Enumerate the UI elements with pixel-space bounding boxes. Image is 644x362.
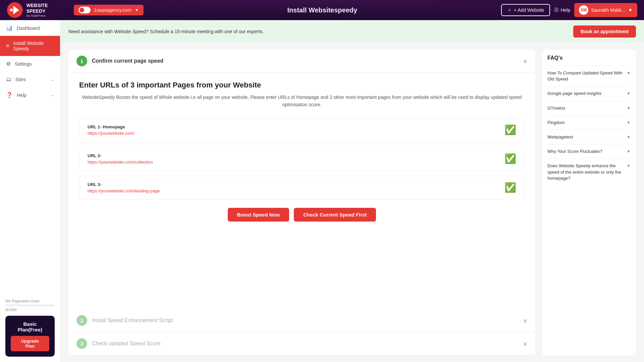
step2-badge: 2 <box>76 315 87 326</box>
chevron-down-icon: ∨ <box>523 341 527 347</box>
main-content: Need assistance with Website Speed? Sche… <box>60 20 644 362</box>
faq-item-0[interactable]: How To Compare Updated Speed With Old Sp… <box>547 66 631 86</box>
avatar: SM <box>579 5 588 15</box>
sidebar-item-install[interactable]: ≡ Install Website Speedy <box>0 36 60 56</box>
chevron-down-icon: ▼ <box>627 149 631 154</box>
topnav: WEBSITE SPEEDY By MakkPress 1saasagency.… <box>0 0 644 20</box>
question-icon: ❓ <box>6 92 13 98</box>
chevron-down-icon: ▼ <box>135 8 139 12</box>
faq-title: FAQ's <box>547 55 631 61</box>
step2-header[interactable]: 2 Install Speed Enhancement Script ∨ <box>68 309 535 332</box>
url3-label: URL 3- <box>88 182 160 187</box>
chevron-down-icon: ⌄ <box>51 77 54 82</box>
plan-box: Basic Plan(Free) Upgrade Plan <box>5 316 55 357</box>
faq-item-2[interactable]: GTmetrix ▼ <box>547 101 631 115</box>
url-card-3: URL 3- https://yourwebsite.com/landing-p… <box>79 176 525 200</box>
chevron-down-icon: ▼ <box>627 91 631 96</box>
faq-item-6[interactable]: Does Website Speedy enhance the speed of… <box>547 159 631 185</box>
faq-sidebar: FAQ's How To Compare Updated Speed With … <box>542 50 636 355</box>
logo-sub: By MakkPress <box>26 14 67 17</box>
banner-text: Need assistance with Website Speed? Sche… <box>68 29 264 34</box>
chevron-down-icon: ▼ <box>628 7 633 13</box>
chevron-down-icon: ▼ <box>627 71 631 75</box>
sidebar-item-help[interactable]: ❓ Help ⌄ <box>0 87 60 103</box>
step1-title: Confirm current page speed <box>92 58 519 64</box>
content-area: 1 Confirm current page speed ∨ Enter URL… <box>60 43 644 362</box>
toggle-switch[interactable] <box>78 7 91 13</box>
check-current-speed-button[interactable]: Check Current Speed First <box>294 208 376 222</box>
chevron-down-icon: ▼ <box>627 164 631 168</box>
chevron-down-icon: ▼ <box>627 106 631 111</box>
chevron-down-icon: ⌄ <box>51 93 54 97</box>
help-button[interactable]: ⓪ Help <box>554 7 570 13</box>
check-circle-icon: ✅ <box>504 182 516 193</box>
sidebar-footer: 0% Pageviews Used 0/1000 Basic Plan(Free… <box>0 294 60 362</box>
sidebar-item-dashboard[interactable]: 📊 Dashboard <box>0 20 60 36</box>
url2-label: URL 2- <box>88 153 153 158</box>
url1-value[interactable]: https://yourwebsite.com/ <box>88 131 135 136</box>
website-selector-text: 1saasagency.com <box>94 7 131 13</box>
website-selector[interactable]: 1saasagency.com ▼ <box>74 5 144 15</box>
page-title: Install Websitespeedy <box>150 6 494 14</box>
url2-value[interactable]: https://yourwebsite.com/collection <box>88 160 153 165</box>
url-card-1: URL 1- Homepage https://yourwebsite.com/… <box>79 118 525 142</box>
user-menu-button[interactable]: SM Saurabh Makk... ▼ <box>574 3 637 17</box>
step1-header[interactable]: 1 Confirm current page speed ∨ <box>68 50 535 73</box>
plan-name: Basic Plan(Free) <box>11 321 49 333</box>
add-website-button[interactable]: ＋ + Add Website <box>501 4 550 16</box>
step1-badge: 1 <box>76 56 87 66</box>
check-circle-icon: ✅ <box>504 124 516 135</box>
install-icon: ≡ <box>6 43 9 49</box>
check-circle-icon: ✅ <box>504 153 516 164</box>
usage-bar <box>5 304 55 306</box>
banner: Need assistance with Website Speed? Sche… <box>60 20 644 43</box>
step1-content: Enter URLs of 3 important Pages from you… <box>68 73 535 309</box>
boost-speed-button[interactable]: Boost Speed Now <box>228 208 289 222</box>
plus-icon: ＋ <box>507 7 512 13</box>
faq-item-3[interactable]: Pingdom ▼ <box>547 115 631 130</box>
step-actions: Boost Speed Now Check Current Speed Firs… <box>79 208 525 224</box>
help-circle-icon: ⓪ <box>554 7 559 13</box>
logo-icon <box>7 2 23 18</box>
logo: WEBSITE SPEEDY By MakkPress <box>7 2 67 18</box>
upgrade-plan-button[interactable]: Upgrade Plan <box>11 336 49 351</box>
url-card-2: URL 2- https://yourwebsite.com/collectio… <box>79 147 525 171</box>
step3-title: Check updated Speed Score <box>92 341 519 347</box>
sites-icon: 🗂 <box>6 76 11 82</box>
chevron-down-icon: ▼ <box>627 120 631 125</box>
faq-item-1[interactable]: Google page speed insights ▼ <box>547 86 631 101</box>
url1-label: URL 1- Homepage <box>88 124 135 129</box>
faq-item-5[interactable]: Why Your Score Fluctuates? ▼ <box>547 144 631 159</box>
topnav-actions: ＋ + Add Website ⓪ Help SM Saurabh Makk..… <box>501 3 637 17</box>
url3-value[interactable]: https://yourwebsite.com/landing-page <box>88 188 160 193</box>
step1-heading: Enter URLs of 3 important Pages from you… <box>79 81 525 89</box>
step3-header[interactable]: 3 Check updated Speed Score ∨ <box>68 332 535 355</box>
usage-label: 0% Pageviews Used <box>5 299 55 303</box>
usage-count: 0/1000 <box>5 308 55 312</box>
logo-name: WEBSITE SPEEDY <box>26 3 67 14</box>
svg-point-2 <box>10 8 13 12</box>
step2-title: Install Speed Enhancement Script <box>92 317 519 323</box>
sidebar-item-sites[interactable]: 🗂 Sites ⌄ <box>0 72 60 87</box>
chevron-down-icon: ▼ <box>627 135 631 139</box>
book-appointment-button[interactable]: Book an appointment <box>573 25 636 38</box>
sidebar: 📊 Dashboard ≡ Install Website Speedy ⚙ S… <box>0 20 60 362</box>
body-layout: 📊 Dashboard ≡ Install Website Speedy ⚙ S… <box>0 20 644 362</box>
gear-icon: ⚙ <box>6 61 11 67</box>
step1-description: WebsiteSpeedy Boosts the speed of Whole … <box>79 94 525 109</box>
faq-item-4[interactable]: Webpagetest ▼ <box>547 130 631 144</box>
step3-badge: 3 <box>76 338 87 349</box>
main-card: 1 Confirm current page speed ∨ Enter URL… <box>68 50 535 355</box>
chevron-down-icon: ∨ <box>523 58 527 64</box>
sidebar-item-settings[interactable]: ⚙ Settings <box>0 56 60 72</box>
dashboard-icon: 📊 <box>6 25 13 31</box>
chevron-down-icon: ∨ <box>523 317 527 324</box>
